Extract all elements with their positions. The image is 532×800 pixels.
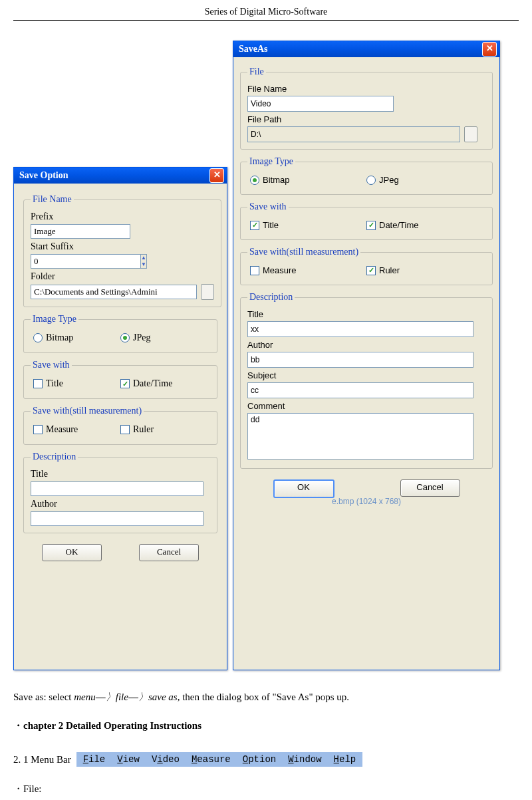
menu-option[interactable]: Option	[243, 754, 276, 765]
status-text: e.bmp (1024 x 768)	[240, 497, 493, 506]
spinner-down-icon[interactable]: ▼	[141, 261, 146, 268]
desc-author-input-1[interactable]	[31, 511, 203, 526]
file-name-input-2[interactable]	[247, 96, 394, 112]
start-suffix-spinner[interactable]: ▲▼	[31, 254, 130, 269]
save-option-dialog: Save Option ✕ File Name Prefix Start Suf…	[13, 167, 227, 670]
datetime-check-label-1: Date/Time	[133, 378, 172, 389]
ruler-checkbox-2[interactable]	[366, 266, 376, 275]
desc-author-label-1: Author	[31, 499, 210, 509]
menu-window[interactable]: Window	[288, 754, 321, 765]
file-name-group: File Name Prefix Start Suffix ▲▼ Folder	[23, 194, 221, 307]
desc-title-label-2: Title	[247, 309, 485, 319]
measure-checkbox-2[interactable]	[250, 266, 259, 275]
desc-author-input-2[interactable]	[247, 352, 473, 368]
file-path-label-2: File Path	[247, 114, 485, 124]
measure-label-2: Measure	[263, 265, 297, 275]
desc-title-input-2[interactable]	[247, 321, 473, 337]
jpeg-radio-1[interactable]	[120, 333, 130, 342]
ok-button-1[interactable]: OK	[42, 544, 102, 561]
datetime-checkbox-1[interactable]	[120, 379, 130, 388]
browse-button-2[interactable]	[464, 126, 477, 142]
file-group: File File Name File Path	[240, 67, 493, 150]
jpeg-radio-2[interactable]	[366, 176, 376, 185]
image-type-legend-1: Image Type	[31, 314, 78, 325]
cancel-button-1[interactable]: Cancel	[139, 544, 199, 561]
save-with-still-group-1: Save with(still measurement) Measure Rul…	[23, 406, 217, 445]
image-type-group-1: Image Type Bitmap JPeg	[23, 314, 217, 353]
save-as-titlebar: SaveAs ✕	[233, 41, 499, 57]
measure-label-1: Measure	[46, 424, 78, 435]
save-option-titlebar: Save Option ✕	[14, 168, 227, 184]
description-legend-2: Description	[247, 292, 295, 303]
save-as-title: SaveAs	[239, 41, 268, 57]
save-as-dialog: SaveAs ✕ File File Name File Path Image …	[233, 41, 500, 670]
bitmap-radio-1[interactable]	[33, 333, 43, 342]
description-group-2: Description Title Author Subject Comment	[240, 292, 493, 469]
file-name-legend: File Name	[31, 194, 74, 205]
menu-view[interactable]: View	[117, 754, 140, 765]
save-with-legend-2: Save with	[247, 201, 289, 212]
datetime-check-label-2: Date/Time	[379, 220, 418, 230]
start-suffix-input[interactable]	[31, 254, 140, 269]
desc-title-input-1[interactable]	[31, 481, 203, 496]
save-with-still-legend-1: Save with(still measurement)	[31, 406, 144, 416]
start-suffix-label: Start Suffix	[31, 241, 214, 252]
save-with-still-legend-2: Save with(still measurement)	[247, 247, 360, 257]
close-icon[interactable]: ✕	[209, 168, 224, 183]
desc-subject-label-2: Subject	[247, 370, 485, 380]
browse-button[interactable]	[201, 284, 214, 300]
file-name-label-2: File Name	[247, 84, 485, 94]
folder-label: Folder	[31, 271, 214, 282]
close-icon[interactable]: ✕	[482, 42, 497, 57]
datetime-checkbox-2[interactable]	[366, 221, 376, 230]
title-checkbox-2[interactable]	[250, 221, 259, 230]
image-type-legend-2: Image Type	[247, 156, 295, 167]
folder-input[interactable]	[31, 285, 197, 299]
title-checkbox-1[interactable]	[33, 379, 43, 388]
bitmap-label-2: Bitmap	[263, 175, 289, 185]
desc-author-label-2: Author	[247, 340, 485, 350]
prefix-label: Prefix	[31, 211, 214, 222]
menubar: File View Video Measure Option Window He…	[76, 752, 363, 767]
desc-comment-input-2[interactable]	[247, 413, 473, 460]
save-with-group-1: Save with Title Date/Time	[23, 360, 217, 399]
spinner-buttons[interactable]: ▲▼	[140, 254, 147, 269]
page-header: Series of Digital Micro-Software	[13, 7, 519, 21]
menubar-section-label: 2. 1 Menu Bar	[13, 754, 71, 765]
spinner-up-icon[interactable]: ▲	[141, 255, 146, 261]
jpeg-label-1: JPeg	[133, 333, 150, 343]
desc-subject-input-2[interactable]	[247, 382, 473, 398]
desc-comment-label-2: Comment	[247, 401, 485, 411]
save-with-group-2: Save with Title Date/Time	[240, 201, 493, 240]
desc-title-label-1: Title	[31, 469, 210, 479]
bitmap-radio-2[interactable]	[250, 176, 259, 185]
jpeg-label-2: JPeg	[379, 175, 399, 185]
file-line: ・File:	[13, 783, 519, 795]
menu-measure[interactable]: Measure	[192, 754, 231, 765]
description-legend-1: Description	[31, 452, 78, 462]
prefix-input[interactable]	[31, 224, 130, 239]
title-check-label-2: Title	[263, 220, 279, 230]
title-check-label-1: Title	[46, 378, 63, 389]
menu-help[interactable]: Help	[334, 754, 356, 765]
menu-video[interactable]: Video	[152, 754, 180, 765]
save-with-legend-1: Save with	[31, 360, 72, 370]
ruler-checkbox-1[interactable]	[120, 425, 130, 434]
ruler-label-2: Ruler	[379, 265, 400, 275]
ruler-label-1: Ruler	[133, 424, 154, 435]
ok-button-2[interactable]: OK	[273, 479, 334, 498]
save-option-title: Save Option	[19, 168, 68, 184]
file-path-input-2[interactable]	[247, 126, 460, 142]
save-with-still-group-2: Save with(still measurement) Measure Rul…	[240, 247, 493, 285]
menu-file[interactable]: File	[83, 754, 106, 765]
cancel-button-2[interactable]: Cancel	[400, 479, 460, 497]
description-group-1: Description Title Author	[23, 452, 217, 533]
image-type-group-2: Image Type Bitmap JPeg	[240, 156, 493, 195]
chapter-heading: ・chapter 2 Detailed Operating Instructio…	[13, 720, 519, 732]
file-legend: File	[247, 67, 266, 77]
measure-checkbox-1[interactable]	[33, 425, 43, 434]
bitmap-label-1: Bitmap	[46, 333, 73, 343]
save-as-instruction: Save as: select menu—〉file—〉save as, the…	[13, 691, 519, 704]
